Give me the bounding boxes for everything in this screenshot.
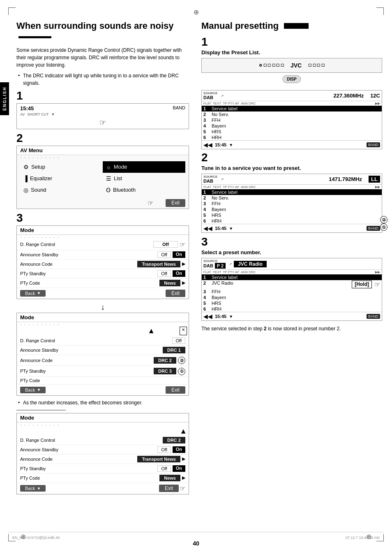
eq-icon: ▐ [23, 175, 28, 182]
dab-items-container-1: 1Service label2No Serv.3FFH4Bayern5HRS6H… [202, 106, 382, 140]
step-2-number: 2 [16, 132, 189, 144]
sep-line [16, 410, 66, 411]
dab-band-3[interactable]: BAND [367, 314, 380, 319]
drange-hand: ☞ [180, 241, 185, 248]
mode-dots-a: - - - - - - - - - - [17, 235, 189, 239]
pty-standby-off: Off [157, 270, 171, 277]
dab-list-item: 2JVC Radio[Hold]☞ [202, 280, 382, 289]
p2-label: P 2 [215, 263, 226, 269]
mode-row-announce-standby: Announce Standby Off On [17, 250, 189, 260]
dab-bottom-2: ◀◀ 15:45 ▼ BAND [202, 224, 382, 232]
news-val-c: News [159, 475, 180, 481]
step-3-number: 3 [16, 212, 189, 224]
announce-code-label: Announce Code [20, 262, 137, 267]
mode-dots-c: - - - - - - - - - - [17, 422, 189, 427]
step1-time: 15:45 [20, 105, 34, 111]
av-exit-row: ☞ Exit [17, 197, 189, 209]
mode-row-pty-code-c: PTy Code News ▶ [17, 473, 189, 483]
mode-bottom-a: Back ▼ Exit [17, 288, 189, 299]
eq-label: Equalizer [30, 175, 52, 181]
dab-channel-1: 12C [370, 93, 380, 99]
jvc-bar-area: ⚙ ☐ ☐ ☐ ☐ ☐ JVC ☐ ☐ ☐ ☐ DISP ☞ [201, 58, 382, 89]
drange-value: Off [153, 241, 178, 248]
page-number: 40 [193, 540, 199, 547]
mode-title-c: Mode [17, 413, 189, 422]
pty-code-label-b: PTy Code [20, 378, 185, 383]
list-icon: ☰ [106, 175, 111, 182]
sound-icon: ◎ [23, 187, 28, 193]
dab-time-1: 15:45 [215, 142, 226, 147]
announce-standby-pair: Off On [157, 251, 185, 258]
circle-1: ① [178, 367, 185, 375]
exit-btn-c[interactable]: Exit [159, 485, 179, 492]
dab-list-item: 2No Serv. [202, 195, 382, 201]
prev-btn-3[interactable]: ◀◀ [203, 313, 212, 320]
dab-info-row-3: FLATTEXTTP PTY AFANN DRC ▶▶ [202, 270, 382, 274]
right-heading-bar [284, 23, 309, 29]
left-heading: When surrounding sounds are noisy [16, 21, 189, 42]
step3-screen-b: Mode - - - - - - - - - - ▲ ✕ D. Range Co… [16, 313, 189, 396]
mode-bottom-c: Back ▼ Exit ☞ [17, 483, 189, 494]
mode-row-drc3: PTy Standby DRC 3 ① [17, 366, 189, 377]
footer-left-text: EN_KW-AVX710[E]4.indb 40 [12, 536, 60, 540]
dab-list-item: 1Service label [202, 189, 382, 195]
close-x: ✕ [180, 327, 187, 335]
pty-off-c: Off [157, 465, 171, 472]
step2-instruction: Tune in to a service you want to preset. [201, 165, 382, 171]
announce-standby-label-b: Announce Standby [20, 348, 163, 353]
mode-row-pty-standby-c: PTy Standby Off On [17, 464, 189, 473]
av-menu-title: AV Menu [17, 146, 189, 155]
prev-btn-1[interactable]: ◀◀ [203, 142, 212, 148]
hold-hand: ☞ [374, 281, 380, 288]
announce-off-c: Off [157, 446, 171, 453]
exit-btn-a[interactable]: Exit [166, 290, 185, 297]
back-btn-b[interactable]: Back ▼ [20, 387, 46, 393]
circle-2: ② [178, 356, 185, 364]
mode-title-a: Mode [17, 226, 189, 235]
mode-row-drc2: Announce Code DRC 2 ② [17, 355, 189, 366]
dab-band-1[interactable]: BAND [367, 142, 380, 147]
announce-standby-off: Off [157, 251, 171, 258]
av-menu-dots: - - - - - - - - - - [17, 155, 189, 160]
bluetooth-icon: ʘ [106, 187, 111, 193]
list-label: List [114, 175, 122, 181]
mode-row-drange: D. Range Control Off ☞ [17, 239, 189, 250]
corner-mark-tl [8, 7, 16, 15]
announce-standby-label: Announce Standby [20, 252, 157, 257]
dab-header-3: SOURCE DAB P 2 ↗ JVC Radio [202, 258, 382, 270]
exit-btn-b[interactable]: Exit [166, 386, 185, 394]
right-heading: Manual presetting [201, 21, 382, 31]
mode-row-pty-code: PTy Code News ▶ [17, 278, 189, 288]
exit-btn[interactable]: Exit [166, 199, 185, 207]
jvc-icons-right: ☐ ☐ ☐ ☐ [308, 63, 325, 67]
jvc-icons: ⚙ ☐ ☐ ☐ ☐ ☐ [259, 63, 284, 67]
av-menu-sound: ◎ Sound [20, 184, 103, 196]
av-menu-grid: ⚙ Setup ☼ Mode ▐ Equalizer ☰ List ◎ Soun… [17, 160, 189, 197]
back-btn-a[interactable]: Back ▼ [20, 290, 46, 297]
mode-row-announce-standby-c: Announce Standby Off On [17, 445, 189, 455]
drc2-val-c: DRC 2 [163, 437, 185, 443]
disp-button[interactable]: DISP [282, 75, 301, 83]
disp-area: DISP ☞ [201, 74, 382, 89]
dab-freq-2: 1471.792MHz [329, 176, 362, 182]
dab-freq-1: 227.360MHz [333, 93, 364, 99]
dab-screen-3: SOURCE DAB P 2 ↗ JVC Radio FLATTEXTTP PT… [201, 258, 382, 321]
back-btn-c[interactable]: Back ▼ [20, 485, 46, 492]
mode-row-announce-code: Announce Code Transport News ▶ [17, 260, 189, 269]
step1-av-label: AV [20, 112, 25, 116]
pty-code-label-c: PTy Code [20, 476, 159, 480]
dab-list-item: 6HRH [202, 135, 382, 140]
dab-list-item: 5HRS [202, 212, 382, 218]
announce-on-c: On [173, 446, 185, 453]
prev-btn-2[interactable]: ◀◀ [203, 225, 212, 232]
mode-row-announce-code-c: Announce Code Transport News ▶ [17, 455, 189, 464]
dab-header-2: SOURCE DAB ↗ 1471.792MHz LL [202, 174, 382, 185]
dab-info-row-1: FLATTEXTTP PTY AFANN DRC ▶▶ [202, 101, 382, 106]
step3-instruction: Select a preset number. [201, 249, 382, 255]
step1-instruction: Display the Preset List. [201, 49, 382, 56]
circle-1-right: ① [380, 223, 387, 231]
dab-list-item: 4Bayern [202, 123, 382, 129]
dab-band-2[interactable]: BAND [367, 226, 380, 231]
dab-list-item: 3FFH [202, 117, 382, 123]
dab-signal-3: ↗ [229, 262, 232, 266]
